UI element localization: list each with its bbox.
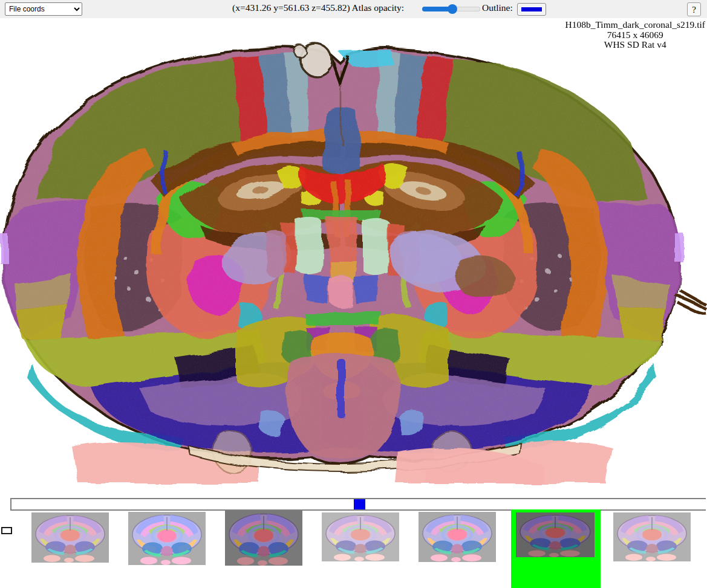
atlas-opacity-slider[interactable]: [422, 4, 480, 14]
section-navigator-bar[interactable]: [10, 498, 706, 511]
image-filename: H108b_Timm_dark_coronal_s219.tif: [565, 20, 706, 30]
outline-label: Outline:: [482, 2, 513, 13]
outline-color-button[interactable]: [517, 3, 546, 16]
image-dimensions: 76415 x 46069: [565, 30, 706, 40]
outline-color-swatch: [521, 7, 542, 11]
toolbar: File coords (x=431.26 y=561.63 z=455.82)…: [0, 0, 707, 18]
thumbnail[interactable]: [613, 512, 691, 561]
slider-thumb[interactable]: [448, 4, 457, 14]
coords-mode-select[interactable]: File coords: [5, 2, 82, 16]
help-button[interactable]: ?: [687, 2, 701, 16]
thumbnail[interactable]: [128, 512, 206, 565]
atlas-name: WHS SD Rat v4: [565, 40, 706, 50]
atlas-slice-view[interactable]: [0, 0, 707, 496]
thumbnail[interactable]: [322, 512, 399, 561]
thumbnail[interactable]: [31, 512, 109, 563]
thumbnail[interactable]: [419, 512, 496, 562]
atlas-opacity-label: Atlas opacity:: [352, 2, 405, 13]
cursor-position-readout: (x=431.26 y=561.63 z=455.82) Atlas opaci…: [232, 2, 404, 13]
navigator-left-button[interactable]: [1, 527, 12, 534]
thumbnail[interactable]: [225, 511, 302, 566]
thumbnail-selected[interactable]: [516, 512, 595, 557]
section-position-marker[interactable]: [354, 499, 365, 509]
image-info: H108b_Timm_dark_coronal_s219.tif 76415 x…: [565, 20, 706, 50]
